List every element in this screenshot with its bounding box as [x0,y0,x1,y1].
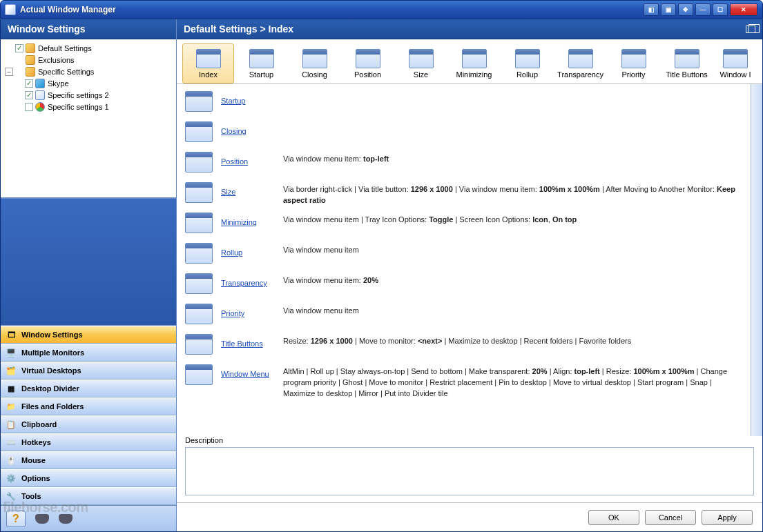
text-minimizing: Via window menu item | Tray Icon Options… [283,213,742,225]
size-icon [185,182,213,203]
link-minimizing[interactable]: Minimizing [221,213,283,226]
tb-closing[interactable]: Closing [289,43,340,83]
nav-clipboard[interactable]: 📋Clipboard [1,415,176,433]
nav-hotkeys[interactable]: ⌨️Hotkeys [1,433,176,451]
row-startup: Startup [185,91,742,115]
maximize-button[interactable]: ☐ [713,3,728,16]
nav-desktop-divider[interactable]: ▦Desktop Divider [1,380,176,397]
checkbox-icon[interactable]: · [25,103,33,111]
link-rollup[interactable]: Rollup [221,243,283,257]
minimizing-icon [462,49,487,68]
tb-index[interactable]: Index [182,43,234,83]
text-size: Via border right-click | Via title butto… [283,182,742,206]
checkbox-icon[interactable]: ✓ [25,79,33,88]
priority-icon [621,49,646,68]
close-button[interactable]: ✕ [730,3,757,16]
transparency-icon [568,49,593,68]
text-title-buttons: Resize: 1296 x 1000 | Move to monitor: <… [283,334,742,346]
tree-specific-1[interactable]: · Specific settings 1 [2,101,175,112]
priority-icon [185,304,213,324]
tb-rollup[interactable]: Rollup [501,43,553,83]
settings-tree[interactable]: ✓ Default Settings Exclusions − Specific… [1,39,176,198]
nav-files-folders[interactable]: 📁Files and Folders [1,397,176,415]
nav-virtual-desktops[interactable]: 🗂️Virtual Desktops [1,362,176,380]
startup-icon [249,49,274,68]
scrollbar[interactable] [751,84,762,436]
tb-minimizing[interactable]: Minimizing [448,43,500,83]
folder-icon [26,55,35,65]
row-transparency: Transparency Via window menu item: 20% [185,273,742,297]
tb-transparency[interactable]: Transparency [554,43,606,83]
right-panel-header: Default Settings > Index [177,19,762,39]
rollup-icon [185,243,213,264]
tb-priority[interactable]: Priority [608,43,659,83]
tb-title-buttons[interactable]: Title Buttons [661,43,713,83]
link-transparency[interactable]: Transparency [221,273,283,287]
tree-specific-settings[interactable]: − Specific Settings [2,66,175,77]
folder-icon [26,43,35,53]
ok-button[interactable]: OK [588,510,639,525]
text-rollup: Via window menu item [283,243,742,255]
text-position: Via window menu item: top-left [283,152,742,164]
checkbox-icon[interactable]: ✓ [15,44,23,52]
link-priority[interactable]: Priority [221,304,283,317]
titlebar: Actual Window Manager ◧ ▣ ✥ — ☐ ✕ [0,0,763,19]
closing-icon [302,49,327,68]
options-icon: ⚙️ [5,473,17,484]
collapse-icon[interactable]: − [5,68,13,76]
window-icon [35,90,45,100]
description-field[interactable] [185,447,754,495]
index-content: Startup Closing Position Via window menu… [177,84,751,436]
tb-window-menu[interactable]: Window I [714,43,757,83]
hotkeys-icon: ⌨️ [5,437,17,448]
link-title-buttons[interactable]: Title Buttons [221,334,283,348]
link-position[interactable]: Position [221,152,283,166]
nav-options[interactable]: ⚙️Options [1,469,176,487]
hat-icon-2[interactable] [59,514,73,524]
window-controls: — ☐ ✕ [695,3,757,16]
tree-label: Specific Settings [38,68,94,76]
nav-window-settings[interactable]: 🗔Window Settings [1,326,176,344]
link-closing[interactable]: Closing [221,121,283,135]
left-bottom-strip: ? [1,505,176,531]
startup-icon [185,91,213,112]
cancel-button[interactable]: Cancel [645,510,696,525]
tb-size[interactable]: Size [395,43,447,83]
row-priority: Priority Via window menu item [185,304,742,327]
link-size[interactable]: Size [221,182,283,196]
right-panel: Default Settings > Index Index Startup C… [177,19,762,531]
description-label: Description [185,436,754,444]
cascade-icon[interactable] [746,26,755,33]
nav-tools[interactable]: 🔧Tools [1,487,176,505]
link-startup[interactable]: Startup [221,91,283,105]
extra-button-3[interactable]: ✥ [678,3,693,16]
link-window-menu[interactable]: Window Menu [221,364,283,378]
hat-icon-1[interactable] [35,514,49,524]
nav-multiple-monitors[interactable]: 🖥️Multiple Monitors [1,344,176,362]
row-position: Position Via window menu item: top-left [185,152,742,175]
skype-icon [35,79,45,88]
tb-startup[interactable]: Startup [235,43,287,83]
tree-specific-2[interactable]: ✓ Specific settings 2 [2,89,175,101]
nav-mouse[interactable]: 🖱️Mouse [1,451,176,469]
tree-skype[interactable]: ✓ Skype [2,77,175,89]
apply-button[interactable]: Apply [702,510,753,525]
monitors-icon: 🖥️ [5,347,17,358]
titlebuttons-icon [675,49,699,68]
help-icon[interactable]: ? [6,511,26,527]
tree-label: Specific settings 1 [48,103,109,111]
tree-exclusions[interactable]: Exclusions [2,54,175,66]
chrome-icon [35,102,45,112]
window-settings-icon: 🗔 [5,329,17,340]
minimize-button[interactable]: — [695,3,711,16]
tb-position[interactable]: Position [342,43,394,83]
checkbox-icon[interactable]: ✓ [25,91,33,99]
row-closing: Closing [185,121,742,145]
position-icon [185,152,213,173]
panel-splitter[interactable] [1,198,176,326]
extra-button-2[interactable]: ▣ [661,3,676,16]
tree-default-settings[interactable]: ✓ Default Settings [2,42,175,54]
client-area: Window Settings ✓ Default Settings Exclu… [0,19,763,532]
row-title-buttons: Title Buttons Resize: 1296 x 1000 | Move… [185,334,742,357]
extra-button-1[interactable]: ◧ [644,3,659,16]
